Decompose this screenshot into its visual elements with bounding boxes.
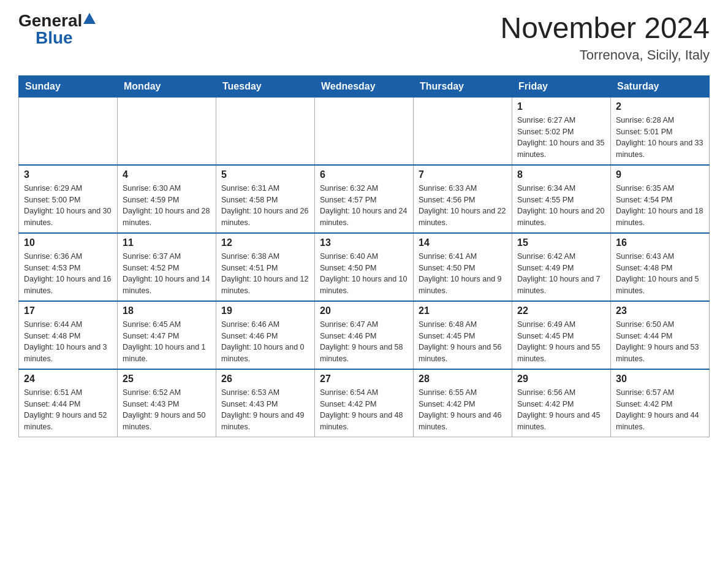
- day-number: 15: [517, 237, 605, 248]
- day-info: Sunrise: 6:50 AM Sunset: 4:44 PM Dayligh…: [616, 319, 704, 365]
- day-number: 10: [24, 237, 112, 248]
- day-number: 27: [320, 373, 408, 385]
- calendar-cell: [118, 97, 216, 165]
- day-info: Sunrise: 6:38 AM Sunset: 4:51 PM Dayligh…: [221, 251, 309, 297]
- day-number: 11: [123, 237, 211, 248]
- day-number: 6: [320, 169, 408, 180]
- col-header-sunday: Sunday: [19, 75, 118, 97]
- day-info: Sunrise: 6:48 AM Sunset: 4:45 PM Dayligh…: [419, 319, 507, 365]
- calendar-cell: 16Sunrise: 6:43 AM Sunset: 4:48 PM Dayli…: [611, 233, 710, 301]
- calendar-cell: 5Sunrise: 6:31 AM Sunset: 4:58 PM Daylig…: [216, 165, 315, 233]
- day-number: 3: [24, 169, 112, 180]
- calendar-cell: 15Sunrise: 6:42 AM Sunset: 4:49 PM Dayli…: [512, 233, 611, 301]
- day-number: 17: [24, 305, 112, 316]
- calendar-week-row: 3Sunrise: 6:29 AM Sunset: 5:00 PM Daylig…: [19, 165, 710, 233]
- day-info: Sunrise: 6:41 AM Sunset: 4:50 PM Dayligh…: [419, 251, 507, 297]
- day-number: 29: [517, 373, 605, 385]
- day-info: Sunrise: 6:34 AM Sunset: 4:55 PM Dayligh…: [517, 183, 605, 229]
- logo-blue-text: Blue: [36, 28, 73, 47]
- day-info: Sunrise: 6:51 AM Sunset: 4:44 PM Dayligh…: [24, 387, 112, 433]
- day-number: 13: [320, 237, 408, 248]
- day-number: 20: [320, 305, 408, 316]
- day-number: 26: [221, 373, 309, 385]
- location: Torrenova, Sicily, Italy: [500, 47, 710, 63]
- day-number: 7: [419, 169, 507, 180]
- day-info: Sunrise: 6:45 AM Sunset: 4:47 PM Dayligh…: [123, 319, 211, 365]
- calendar-cell: 4Sunrise: 6:30 AM Sunset: 4:59 PM Daylig…: [118, 165, 216, 233]
- calendar-cell: 27Sunrise: 6:54 AM Sunset: 4:42 PM Dayli…: [315, 369, 414, 437]
- day-info: Sunrise: 6:49 AM Sunset: 4:45 PM Dayligh…: [517, 319, 605, 365]
- day-info: Sunrise: 6:54 AM Sunset: 4:42 PM Dayligh…: [320, 387, 408, 433]
- calendar-cell: 12Sunrise: 6:38 AM Sunset: 4:51 PM Dayli…: [216, 233, 315, 301]
- day-number: 28: [419, 373, 507, 385]
- day-info: Sunrise: 6:53 AM Sunset: 4:43 PM Dayligh…: [221, 387, 309, 433]
- day-number: 14: [419, 237, 507, 248]
- calendar-cell: 23Sunrise: 6:50 AM Sunset: 4:44 PM Dayli…: [611, 301, 710, 369]
- day-info: Sunrise: 6:57 AM Sunset: 4:42 PM Dayligh…: [616, 387, 704, 433]
- day-info: Sunrise: 6:30 AM Sunset: 4:59 PM Dayligh…: [123, 183, 211, 229]
- calendar-cell: 17Sunrise: 6:44 AM Sunset: 4:48 PM Dayli…: [19, 301, 118, 369]
- day-number: 18: [123, 305, 211, 316]
- calendar-cell: 20Sunrise: 6:47 AM Sunset: 4:46 PM Dayli…: [315, 301, 414, 369]
- day-number: 2: [616, 101, 704, 112]
- calendar-cell: 8Sunrise: 6:34 AM Sunset: 4:55 PM Daylig…: [512, 165, 611, 233]
- calendar-cell: 18Sunrise: 6:45 AM Sunset: 4:47 PM Dayli…: [118, 301, 216, 369]
- day-info: Sunrise: 6:44 AM Sunset: 4:48 PM Dayligh…: [24, 319, 112, 365]
- calendar-week-row: 10Sunrise: 6:36 AM Sunset: 4:53 PM Dayli…: [19, 233, 710, 301]
- day-number: 22: [517, 305, 605, 316]
- day-number: 8: [517, 169, 605, 180]
- day-number: 21: [419, 305, 507, 316]
- day-info: Sunrise: 6:42 AM Sunset: 4:49 PM Dayligh…: [517, 251, 605, 297]
- day-info: Sunrise: 6:33 AM Sunset: 4:56 PM Dayligh…: [419, 183, 507, 229]
- calendar-cell: 2Sunrise: 6:28 AM Sunset: 5:01 PM Daylig…: [611, 97, 710, 165]
- day-number: 23: [616, 305, 704, 316]
- calendar-cell: 29Sunrise: 6:56 AM Sunset: 4:42 PM Dayli…: [512, 369, 611, 437]
- day-info: Sunrise: 6:32 AM Sunset: 4:57 PM Dayligh…: [320, 183, 408, 229]
- day-info: Sunrise: 6:36 AM Sunset: 4:53 PM Dayligh…: [24, 251, 112, 297]
- day-info: Sunrise: 6:47 AM Sunset: 4:46 PM Dayligh…: [320, 319, 408, 365]
- calendar-cell: 22Sunrise: 6:49 AM Sunset: 4:45 PM Dayli…: [512, 301, 611, 369]
- col-header-saturday: Saturday: [611, 75, 710, 97]
- calendar-cell: [414, 97, 512, 165]
- col-header-thursday: Thursday: [414, 75, 512, 97]
- calendar-cell: 10Sunrise: 6:36 AM Sunset: 4:53 PM Dayli…: [19, 233, 118, 301]
- day-number: 24: [24, 373, 112, 385]
- calendar-cell: 25Sunrise: 6:52 AM Sunset: 4:43 PM Dayli…: [118, 369, 216, 437]
- col-header-wednesday: Wednesday: [315, 75, 414, 97]
- calendar-week-row: 1Sunrise: 6:27 AM Sunset: 5:02 PM Daylig…: [19, 97, 710, 165]
- day-number: 9: [616, 169, 704, 180]
- calendar-week-row: 24Sunrise: 6:51 AM Sunset: 4:44 PM Dayli…: [19, 369, 710, 437]
- calendar-cell: [216, 97, 315, 165]
- calendar-cell: 28Sunrise: 6:55 AM Sunset: 4:42 PM Dayli…: [414, 369, 512, 437]
- logo-triangle-icon: [83, 13, 96, 24]
- day-number: 4: [123, 169, 211, 180]
- calendar-cell: 7Sunrise: 6:33 AM Sunset: 4:56 PM Daylig…: [414, 165, 512, 233]
- logo-general-text: General: [18, 12, 82, 29]
- calendar-table: SundayMondayTuesdayWednesdayThursdayFrid…: [18, 75, 710, 437]
- col-header-tuesday: Tuesday: [216, 75, 315, 97]
- day-number: 30: [616, 373, 704, 385]
- calendar-header-row: SundayMondayTuesdayWednesdayThursdayFrid…: [19, 75, 710, 97]
- calendar-cell: 3Sunrise: 6:29 AM Sunset: 5:00 PM Daylig…: [19, 165, 118, 233]
- calendar-cell: 19Sunrise: 6:46 AM Sunset: 4:46 PM Dayli…: [216, 301, 315, 369]
- calendar-cell: 6Sunrise: 6:32 AM Sunset: 4:57 PM Daylig…: [315, 165, 414, 233]
- calendar-cell: [19, 97, 118, 165]
- calendar-cell: 14Sunrise: 6:41 AM Sunset: 4:50 PM Dayli…: [414, 233, 512, 301]
- day-number: 16: [616, 237, 704, 248]
- calendar-cell: [315, 97, 414, 165]
- day-info: Sunrise: 6:35 AM Sunset: 4:54 PM Dayligh…: [616, 183, 704, 229]
- day-info: Sunrise: 6:40 AM Sunset: 4:50 PM Dayligh…: [320, 251, 408, 297]
- day-number: 12: [221, 237, 309, 248]
- col-header-monday: Monday: [118, 75, 216, 97]
- month-title: November 2024: [500, 12, 710, 45]
- logo: General Blue: [18, 12, 96, 47]
- day-info: Sunrise: 6:29 AM Sunset: 5:00 PM Dayligh…: [24, 183, 112, 229]
- calendar-week-row: 17Sunrise: 6:44 AM Sunset: 4:48 PM Dayli…: [19, 301, 710, 369]
- page-header: General Blue November 2024 Torrenova, Si…: [18, 12, 710, 63]
- calendar-cell: 1Sunrise: 6:27 AM Sunset: 5:02 PM Daylig…: [512, 97, 611, 165]
- calendar-cell: 13Sunrise: 6:40 AM Sunset: 4:50 PM Dayli…: [315, 233, 414, 301]
- calendar-cell: 9Sunrise: 6:35 AM Sunset: 4:54 PM Daylig…: [611, 165, 710, 233]
- calendar-cell: 30Sunrise: 6:57 AM Sunset: 4:42 PM Dayli…: [611, 369, 710, 437]
- day-info: Sunrise: 6:27 AM Sunset: 5:02 PM Dayligh…: [517, 115, 605, 161]
- day-info: Sunrise: 6:52 AM Sunset: 4:43 PM Dayligh…: [123, 387, 211, 433]
